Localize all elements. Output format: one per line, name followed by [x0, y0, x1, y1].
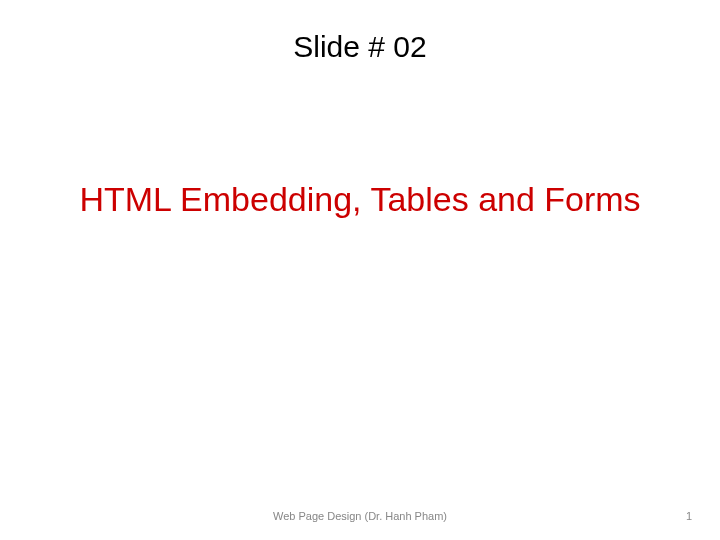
slide-container: Slide # 02 HTML Embedding, Tables and Fo…: [0, 0, 720, 540]
slide-number-label: Slide # 02: [0, 30, 720, 64]
footer-course-text: Web Page Design (Dr. Hanh Pham): [0, 510, 720, 522]
page-number: 1: [686, 510, 692, 522]
slide-title: HTML Embedding, Tables and Forms: [0, 180, 720, 219]
